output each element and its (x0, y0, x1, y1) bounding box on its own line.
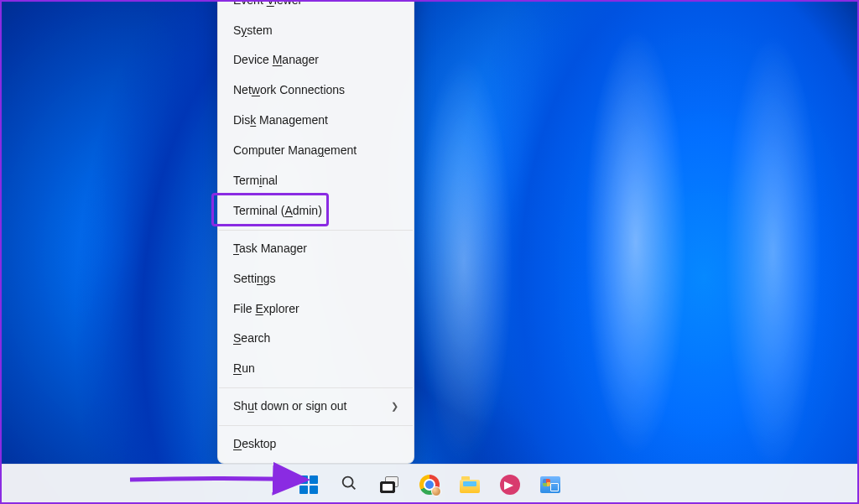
desktop-wallpaper (0, 0, 859, 504)
menu-item-search[interactable]: Search (218, 324, 414, 354)
svg-line-1 (351, 485, 355, 488)
menu-item-system[interactable]: System (218, 16, 414, 46)
chrome-badge-icon (431, 486, 441, 496)
chrome-icon (419, 475, 440, 495)
search-icon (340, 474, 358, 496)
start-button[interactable] (292, 468, 325, 501)
windows-start-icon (299, 475, 318, 494)
menu-separator (219, 230, 413, 231)
menu-item-shutdown-signout[interactable]: Shut down or sign out ❯ (218, 392, 414, 422)
menu-item-settings[interactable]: Settings (218, 264, 414, 294)
menu-text: Event (233, 0, 267, 7)
menu-item-file-explorer[interactable]: File Explorer (218, 294, 414, 325)
taskbar-control-panel[interactable] (534, 468, 567, 501)
file-explorer-icon (460, 476, 480, 493)
taskbar (0, 464, 859, 504)
taskbar-task-view[interactable] (372, 468, 406, 501)
menu-item-device-manager[interactable]: Device Manager (218, 45, 414, 75)
taskbar-app-share[interactable] (493, 468, 527, 501)
share-arrow-icon (500, 475, 520, 495)
menu-item-disk-management[interactable]: Disk Management (218, 106, 414, 136)
menu-item-task-manager[interactable]: Task Manager (218, 234, 414, 264)
task-view-icon (380, 476, 398, 493)
chevron-right-icon: ❯ (391, 400, 398, 413)
taskbar-file-explorer[interactable] (453, 468, 487, 501)
menu-item-desktop[interactable]: Desktop (218, 429, 414, 460)
taskbar-chrome[interactable] (413, 468, 446, 501)
menu-separator (219, 425, 413, 426)
menu-item-computer-management[interactable]: Computer Management (218, 136, 414, 166)
control-panel-icon (540, 476, 560, 493)
menu-item-network-connections[interactable]: Network Connections (218, 75, 414, 106)
power-user-menu: Event Viewer System Device Manager Netwo… (217, 0, 414, 464)
menu-separator (219, 387, 413, 388)
taskbar-search[interactable] (332, 468, 366, 501)
menu-item-terminal-admin[interactable]: Terminal (Admin) (218, 196, 414, 226)
menu-item-terminal[interactable]: Terminal (218, 166, 414, 196)
menu-item-run[interactable]: Run (218, 354, 414, 384)
menu-item-event-viewer[interactable]: Event Viewer (218, 0, 414, 16)
svg-point-0 (343, 476, 353, 486)
